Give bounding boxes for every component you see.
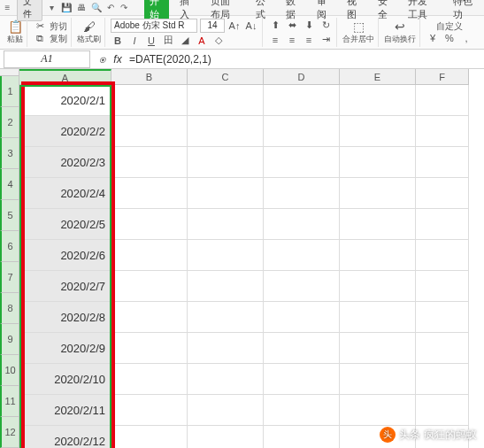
column-header-A[interactable]: A (19, 69, 111, 85)
cell[interactable]: 2020/2/9 (19, 333, 111, 364)
cell[interactable]: 2020/2/7 (19, 271, 111, 302)
row-header[interactable]: 9 (0, 324, 19, 355)
indent-icon[interactable]: ⇥ (319, 34, 333, 46)
cell[interactable] (188, 85, 264, 116)
cut-icon[interactable]: ✂ (33, 20, 47, 33)
cell[interactable] (188, 395, 264, 426)
cell[interactable]: 2020/2/3 (19, 147, 111, 178)
currency-icon[interactable]: ¥ (426, 32, 440, 44)
cell[interactable] (416, 178, 469, 209)
cell[interactable]: 2020/2/12 (19, 426, 111, 448)
cell[interactable] (188, 333, 264, 364)
cell[interactable] (340, 271, 416, 302)
cell[interactable] (264, 302, 340, 333)
align-left-icon[interactable]: ≡ (268, 34, 282, 46)
cell[interactable] (340, 302, 416, 333)
cell[interactable] (416, 395, 469, 426)
cell[interactable] (111, 116, 188, 147)
cell[interactable]: 2020/2/5 (19, 209, 111, 240)
name-box[interactable]: A1 (4, 50, 90, 68)
cell[interactable] (264, 85, 340, 116)
cell[interactable] (188, 240, 264, 271)
row-header[interactable]: 10 (0, 355, 19, 386)
cell[interactable] (340, 240, 416, 271)
align-center-icon[interactable]: ≡ (285, 34, 299, 46)
cell[interactable] (188, 147, 264, 178)
borders-button[interactable]: 田 (161, 35, 175, 47)
cell[interactable] (416, 85, 469, 116)
cell[interactable] (264, 395, 340, 426)
preview-icon[interactable]: 🔍 (91, 3, 102, 13)
row-header[interactable]: 2 (0, 107, 19, 138)
row-header[interactable]: 12 (0, 417, 19, 448)
cell[interactable] (264, 364, 340, 395)
cell[interactable] (416, 116, 469, 147)
cell[interactable] (340, 333, 416, 364)
cell[interactable]: 2020/2/2 (19, 116, 111, 147)
menu-icon[interactable]: ≡ (4, 3, 12, 13)
cell[interactable] (188, 426, 264, 448)
align-right-icon[interactable]: ≡ (302, 34, 316, 46)
font-size-select[interactable]: 14 (200, 19, 225, 33)
cell[interactable] (111, 240, 188, 271)
underline-button[interactable]: U (144, 35, 158, 47)
column-header-D[interactable]: D (264, 69, 340, 85)
save-icon[interactable]: 💾 (61, 3, 72, 13)
cell[interactable] (416, 271, 469, 302)
cell[interactable] (416, 364, 469, 395)
cell[interactable] (416, 333, 469, 364)
clear-format-button[interactable]: ◇ (211, 35, 226, 47)
merge-center-button[interactable]: ⬚ 合并居中 (342, 20, 374, 45)
cell[interactable] (111, 178, 188, 209)
row-header[interactable]: 1 (0, 76, 19, 107)
row-header[interactable]: 8 (0, 293, 19, 324)
select-all-corner[interactable] (0, 69, 19, 76)
cell[interactable] (340, 116, 416, 147)
cell[interactable] (416, 302, 469, 333)
cell[interactable] (264, 178, 340, 209)
cell[interactable] (340, 178, 416, 209)
cells-grid[interactable]: 2020/2/12020/2/22020/2/32020/2/42020/2/5… (19, 85, 484, 448)
fill-color-button[interactable]: ◢ (178, 35, 192, 47)
cell[interactable] (111, 333, 188, 364)
row-header[interactable]: 7 (0, 262, 19, 293)
decrease-font-icon[interactable]: A↓ (244, 19, 258, 32)
italic-button[interactable]: I (127, 35, 142, 47)
comma-icon[interactable]: , (459, 32, 473, 44)
cell[interactable] (188, 116, 264, 147)
cell[interactable] (340, 364, 416, 395)
cell[interactable] (264, 147, 340, 178)
formula-input[interactable]: =DATE(2020,2,1) (126, 53, 484, 66)
fx-label[interactable]: fx (110, 53, 126, 66)
font-color-button[interactable]: A (195, 35, 209, 47)
cell[interactable]: 2020/2/6 (19, 240, 111, 271)
cell[interactable] (264, 426, 340, 448)
row-header[interactable]: 6 (0, 231, 19, 262)
cell[interactable]: 2020/2/1 (19, 85, 111, 116)
cell[interactable] (340, 85, 416, 116)
paste-button[interactable]: 📋 粘贴 (7, 20, 23, 45)
align-bottom-icon[interactable]: ⬇ (302, 19, 316, 32)
undo-icon[interactable]: ↶ (107, 3, 115, 13)
cell[interactable] (264, 209, 340, 240)
cell[interactable] (188, 209, 264, 240)
cell[interactable] (264, 116, 340, 147)
cell[interactable]: 2020/2/10 (19, 364, 111, 395)
cell[interactable] (188, 364, 264, 395)
cell[interactable] (111, 364, 188, 395)
cell[interactable] (264, 271, 340, 302)
bold-button[interactable]: B (111, 35, 125, 47)
cell[interactable] (111, 426, 188, 448)
cell[interactable] (111, 395, 188, 426)
redo-icon[interactable]: ↷ (120, 3, 128, 13)
column-header-B[interactable]: B (111, 69, 188, 85)
cell[interactable] (416, 147, 469, 178)
copy-icon[interactable]: ⧉ (33, 33, 47, 45)
cell[interactable] (264, 333, 340, 364)
cell[interactable] (340, 209, 416, 240)
cell[interactable] (188, 178, 264, 209)
align-top-icon[interactable]: ⬆ (268, 19, 282, 32)
cell[interactable] (188, 302, 264, 333)
wrap-text-button[interactable]: ↩ 自动换行 (384, 20, 416, 45)
cell[interactable] (264, 240, 340, 271)
